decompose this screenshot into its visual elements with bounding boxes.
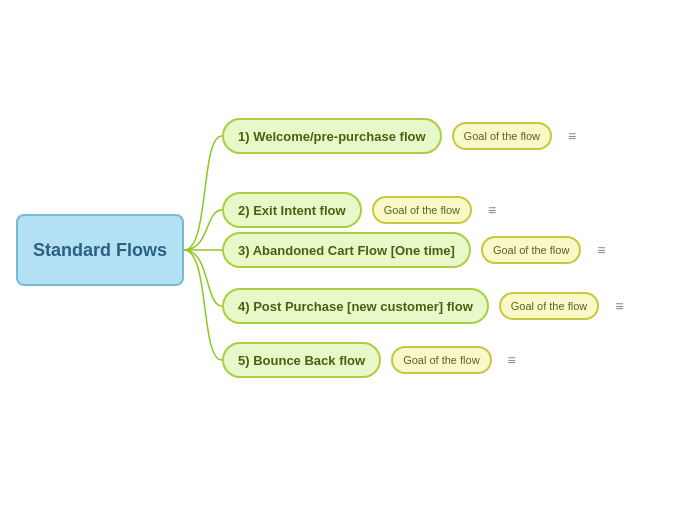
diagram-container: Standard Flows 1) Welcome/pre-purchase f… (0, 0, 696, 520)
flow-label-5: 5) Bounce Back flow (238, 353, 365, 368)
flow-label-3: 3) Abandoned Cart Flow [One time] (238, 243, 455, 258)
menu-icon-4[interactable]: ≡ (615, 298, 623, 314)
center-node-label: Standard Flows (33, 240, 167, 261)
goal-node-4[interactable]: Goal of the flow (499, 292, 599, 320)
flow-row-1: 1) Welcome/pre-purchase flow Goal of the… (222, 118, 576, 154)
goal-node-5[interactable]: Goal of the flow (391, 346, 491, 374)
goal-label-3: Goal of the flow (493, 244, 569, 256)
flow-node-2[interactable]: 2) Exit Intent flow (222, 192, 362, 228)
menu-icon-5[interactable]: ≡ (508, 352, 516, 368)
flow-node-1[interactable]: 1) Welcome/pre-purchase flow (222, 118, 442, 154)
flow-label-1: 1) Welcome/pre-purchase flow (238, 129, 426, 144)
goal-label-4: Goal of the flow (511, 300, 587, 312)
goal-label-5: Goal of the flow (403, 354, 479, 366)
goal-label-1: Goal of the flow (464, 130, 540, 142)
goal-node-2[interactable]: Goal of the flow (372, 196, 472, 224)
goal-label-2: Goal of the flow (384, 204, 460, 216)
menu-icon-3[interactable]: ≡ (597, 242, 605, 258)
flow-row-2: 2) Exit Intent flow Goal of the flow ≡ (222, 192, 496, 228)
goal-node-1[interactable]: Goal of the flow (452, 122, 552, 150)
flow-node-5[interactable]: 5) Bounce Back flow (222, 342, 381, 378)
flow-row-3: 3) Abandoned Cart Flow [One time] Goal o… (222, 232, 606, 268)
flow-node-3[interactable]: 3) Abandoned Cart Flow [One time] (222, 232, 471, 268)
menu-icon-1[interactable]: ≡ (568, 128, 576, 144)
flow-row-5: 5) Bounce Back flow Goal of the flow ≡ (222, 342, 516, 378)
flow-label-4: 4) Post Purchase [new customer] flow (238, 299, 473, 314)
flow-node-4[interactable]: 4) Post Purchase [new customer] flow (222, 288, 489, 324)
center-node[interactable]: Standard Flows (16, 214, 184, 286)
flow-row-4: 4) Post Purchase [new customer] flow Goa… (222, 288, 623, 324)
goal-node-3[interactable]: Goal of the flow (481, 236, 581, 264)
menu-icon-2[interactable]: ≡ (488, 202, 496, 218)
flow-label-2: 2) Exit Intent flow (238, 203, 346, 218)
